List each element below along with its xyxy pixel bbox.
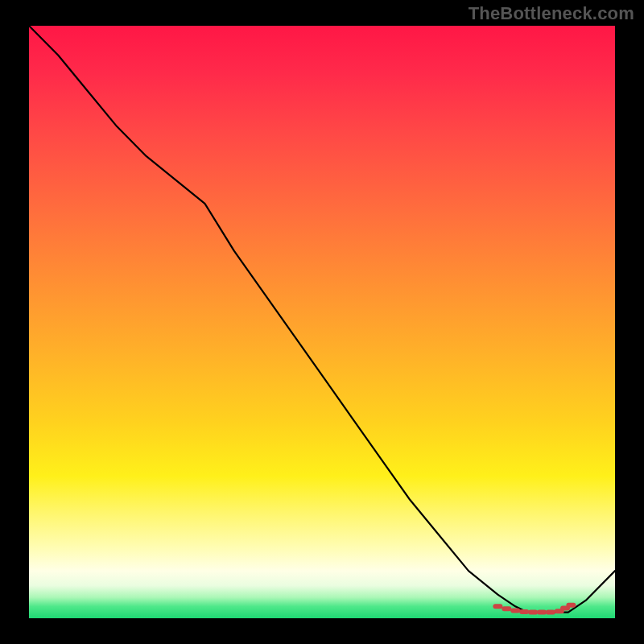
- watermark-text: TheBottleneck.com: [469, 3, 634, 24]
- marker-dot: [510, 608, 520, 613]
- marker-dot: [519, 609, 529, 614]
- bottleneck-curve: [29, 26, 615, 613]
- marker-dot: [528, 610, 538, 615]
- chart-frame: TheBottleneck.com: [0, 0, 644, 644]
- marker-dot: [546, 610, 555, 615]
- marker-dot: [537, 610, 547, 615]
- marker-dot: [493, 604, 502, 609]
- chart-svg: [29, 26, 615, 618]
- marker-dot: [566, 603, 576, 608]
- marker-dot: [502, 606, 511, 611]
